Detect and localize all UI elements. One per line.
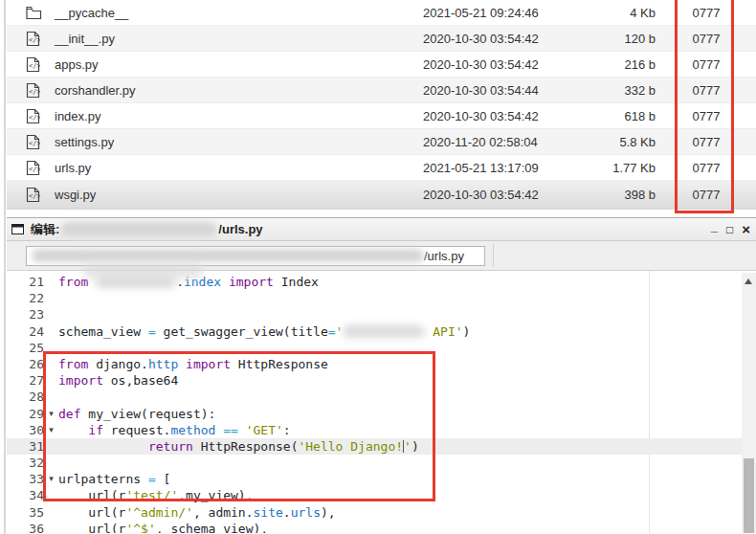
- code-text: from django.http import HttpResponse: [58, 356, 756, 372]
- token: =: [148, 472, 156, 486]
- file-row[interactable]: </>urls.py2021-05-21 13:17:091.77 Kb0777: [7, 155, 756, 181]
- code-line: 24schema_view = get_swagger_view(title='…: [7, 323, 756, 340]
- code-file-icon: </>: [26, 81, 43, 99]
- code-editor[interactable]: 21from .index import Index222324schema_v…: [7, 271, 756, 533]
- token: def: [58, 407, 80, 421]
- code-text: [58, 290, 756, 306]
- code-line: 32: [7, 455, 756, 471]
- token: [58, 423, 88, 437]
- code-line: 26from django.http import HttpResponse: [7, 356, 756, 372]
- file-row[interactable]: </>__init__.py2020-10-30 03:54:42120 b07…: [7, 26, 756, 52]
- file-size: 1.77 Kb: [538, 161, 656, 175]
- token: ': [336, 324, 344, 339]
- line-number: 36: [7, 521, 44, 533]
- line-number: 30: [7, 422, 44, 438]
- code-text: [58, 340, 756, 356]
- line-number: 26: [7, 356, 44, 372]
- token: , schema_view),: [156, 522, 268, 533]
- token: 'GET': [246, 423, 283, 437]
- file-rows: __pycache__2021-05-21 09:24:464 Kb0777</…: [7, 0, 756, 210]
- token: HttpResponse(: [193, 439, 299, 454]
- code-line: 33▾urlpatterns = [: [7, 471, 756, 487]
- file-row[interactable]: </>corshandler.py2020-10-30 03:54:44332 …: [7, 78, 756, 103]
- code-line: 22: [7, 290, 756, 306]
- file-row[interactable]: </>index.py2020-10-30 03:54:42618 b0777: [7, 103, 756, 129]
- file-permissions: 0777: [678, 161, 735, 175]
- blurred-code-patch: [343, 325, 425, 338]
- file-row[interactable]: __pycache__2021-05-21 09:24:464 Kb0777: [7, 0, 756, 26]
- path-input-value: /urls.py: [424, 249, 464, 263]
- blurred-path-patch: [61, 222, 216, 236]
- editor-titlebar: 编辑: /urls.py _ □ ×: [7, 217, 756, 241]
- minimize-icon[interactable]: _: [711, 222, 718, 232]
- token: django.: [88, 357, 148, 371]
- file-permissions: 0777: [678, 83, 735, 98]
- close-icon[interactable]: ×: [742, 225, 750, 234]
- scroll-up-icon[interactable]: [745, 278, 752, 284]
- fold-arrow-icon[interactable]: ▾: [44, 406, 58, 422]
- token: ): [463, 324, 471, 339]
- line-number: 23: [7, 306, 44, 323]
- fold-gutter: [44, 372, 58, 389]
- code-text: [58, 455, 756, 471]
- fold-gutter: [44, 487, 58, 503]
- line-number: 32: [7, 455, 44, 471]
- svg-text:</>: </>: [29, 88, 40, 96]
- fold-arrow-icon[interactable]: ▾: [44, 422, 58, 438]
- token: HttpResponse: [231, 357, 328, 371]
- line-number: 34: [7, 487, 44, 503]
- token: http: [148, 357, 178, 371]
- code-text: url(r'^admin/', admin.site.urls),: [58, 504, 756, 521]
- file-row[interactable]: </>apps.py2020-10-30 03:54:42216 b0777: [7, 52, 756, 78]
- token: method: [170, 423, 215, 437]
- vertical-scrollbar[interactable]: [742, 273, 756, 533]
- code-line: 31 return HttpResponse('Hello Django!'): [7, 438, 756, 455]
- code-line: 36 url(r'^$', schema_view),: [7, 521, 756, 533]
- line-number: 29: [7, 406, 44, 422]
- token: API': [425, 324, 462, 339]
- token: schema_view: [58, 324, 148, 339]
- token: ),: [321, 505, 336, 520]
- svg-text:</>: </>: [29, 140, 40, 147]
- code-lines: 21from .index import Index222324schema_v…: [7, 271, 756, 533]
- token: get_swagger_view(title: [156, 324, 328, 339]
- window-icon: [11, 224, 24, 234]
- fold-gutter: [44, 323, 58, 340]
- token: my_view(request):: [80, 407, 215, 421]
- token: ,my_view),: [178, 488, 253, 502]
- code-line: 35 url(r'^admin/', admin.site.urls),: [7, 504, 756, 521]
- file-list-panel: __pycache__2021-05-21 09:24:464 Kb0777</…: [7, 0, 756, 210]
- code-line: 34 url(r'test/',my_view),: [7, 487, 756, 503]
- svg-text:</>: </>: [29, 36, 40, 44]
- token: [238, 423, 246, 437]
- file-path-input[interactable]: /urls.py: [26, 246, 485, 266]
- token: [58, 439, 148, 454]
- line-number: 27: [7, 372, 44, 389]
- panel-left-border: [4, 0, 6, 534]
- scrollbar-thumb[interactable]: [744, 458, 754, 533]
- line-number: 25: [7, 340, 44, 356]
- token: .: [283, 505, 291, 520]
- file-size: 120 b: [538, 32, 656, 46]
- fold-arrow-icon[interactable]: ▾: [44, 471, 58, 487]
- code-text: [58, 306, 756, 323]
- line-number: 28: [7, 389, 44, 405]
- folder-icon: [26, 4, 43, 21]
- file-permissions: 0777: [678, 135, 735, 149]
- svg-text:</>: </>: [29, 114, 40, 122]
- token: url(r: [58, 488, 125, 502]
- file-size: 4 Kb: [538, 6, 656, 20]
- token: [178, 357, 186, 371]
- token: os,base64: [103, 373, 178, 388]
- code-text: def my_view(request):: [58, 406, 756, 422]
- file-row[interactable]: </>wsgi.py2020-10-30 03:54:42398 b0777: [7, 181, 756, 210]
- token: urlpatterns: [58, 472, 148, 486]
- token: urls: [291, 505, 321, 520]
- maximize-icon[interactable]: □: [726, 225, 733, 234]
- code-text: schema_view = get_swagger_view(title=' A…: [58, 323, 756, 340]
- code-file-icon: </>: [26, 187, 43, 204]
- line-number: 24: [7, 323, 44, 340]
- fold-gutter: [44, 274, 58, 290]
- code-line: 23: [7, 306, 756, 323]
- file-row[interactable]: </>settings.py2020-11-20 02:58:045.8 Kb0…: [7, 129, 756, 155]
